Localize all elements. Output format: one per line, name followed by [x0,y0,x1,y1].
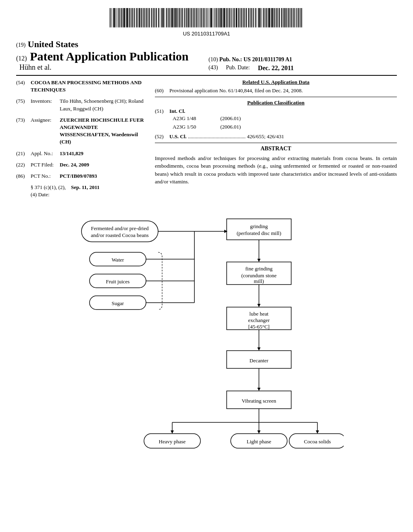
inventors-line: Hühn et al. [19,63,204,72]
us-cl-label: U.S. Cl. [169,133,187,139]
pct-filed-field: (22) PCT Filed: Dec. 24, 2009 [16,161,145,168]
appl-field: (21) Appl. No.: 13/141,829 [16,150,145,157]
fine-grinding-label-1: fine grinding [245,266,273,272]
pct-filed-value: Dec. 24, 2009 [60,162,89,168]
pub-no-value: US 2011/0311709 A1 [244,56,292,62]
appl-num: (21) [16,150,31,157]
intl-cl-code-1: A23G 1/48 (2006.01) [173,115,397,122]
class-divider [155,97,397,97]
appl-label: Appl. No.: [31,150,60,157]
inventors-label: Inventors: [31,98,60,112]
fine-grinding-label-3: mill) [254,278,264,284]
pct-no-value: PCT/IB09/07893 [60,173,97,179]
light-phase-label: Light phase [246,438,271,445]
country-line: (19) United States [16,39,204,50]
flowchart-diagram: Fermented and/or pre-dried and/or roaste… [69,209,344,459]
assignee-field: (73) Assignee: ZUERCHER HOCHSCHULE FUER … [16,116,145,146]
intl-cl-label: Int. Cl. [169,108,185,114]
decanter-label: Decanter [250,357,269,364]
country-num: (19) [16,42,25,48]
us-cl-value: 426/655; 426/431 [247,133,284,139]
pct-no-num: (86) [16,172,31,180]
fine-grinding-label-2: (corundum stone [241,272,277,278]
vibrating-screen-label: Vibrating screen [242,398,276,404]
intl-cl-codes: A23G 1/48 (2006.01) A23G 1/50 (2006.01) [173,115,397,130]
header-left: (19) United States (12) Patent Applicati… [16,39,209,72]
pub-class-title: Publication Classification [155,100,397,106]
intl-cl-num: (51) [155,108,169,131]
pub-date-value: Dec. 22, 2011 [258,64,294,72]
tube-heat-label-3: [45-65°C] [248,324,270,330]
related-title: Related U.S. Application Data [155,79,397,85]
pub-type-num: (12) [16,55,27,62]
arrowhead-tube-decanter [257,347,261,351]
title-num: (54) [16,79,31,94]
tube-heat-label-2: exchanger [248,317,270,323]
arrowhead-left [171,430,174,434]
arrowhead-grind-fine [257,259,261,262]
section-label: § 371 (c)(1), (2), (4) Date: [31,184,71,198]
pct-filed-label: PCT Filed: [31,161,60,168]
cocoa-beans-label-2: and/or roasted Cocoa beans [91,232,148,238]
section-num [16,184,31,198]
intl-cl-field: (51) Int. Cl. A23G 1/48 (2006.01) A23G 1… [155,108,397,131]
assignee-num: (73) [16,116,31,146]
section-field: § 371 (c)(1), (2), (4) Date: Sep. 11, 20… [16,184,145,198]
title-field: (54) COCOA BEAN PROCESSING METHODS AND T… [16,79,145,94]
related-value: Provisional application No. 61/140,844, … [169,87,397,94]
arrowhead-center [257,430,261,434]
cocoa-solids-label: Cocoa solids [304,438,331,445]
grinding-label-2: (perforated disc mill) [237,230,281,236]
pub-date-line: (43) Pub. Date: Dec. 22, 2011 [209,64,397,72]
heavy-phase-label: Heavy phase [159,438,186,445]
patent-number: US 20110311709A1 [16,31,397,37]
appl-value: 13/141,829 [60,150,83,156]
title-value: COCOA BEAN PROCESSING METHODS AND TECHNI… [31,79,142,93]
right-column: Related U.S. Application Data (60) Provi… [155,79,397,202]
grinding-label-1: grinding [250,223,268,229]
pct-no-field: (86) PCT No.: PCT/IB09/07893 [16,172,145,180]
intl-cl-code-2: A23G 1/50 (2006.01) [173,123,397,131]
main-divider [16,75,397,76]
arrowhead-right [316,430,319,434]
pub-no-label: Pub. No.: [219,56,242,62]
pub-date-label: Pub. Date: [226,64,250,72]
country-name: United States [28,39,78,49]
pub-date-num: (43) [209,64,218,72]
pub-type: Patent Application Publication [30,50,188,63]
us-cl-dots: ........................................… [188,133,247,139]
main-content: (54) COCOA BEAN PROCESSING METHODS AND T… [16,79,397,202]
page: US 20110311709A1 (19) United States (12)… [0,0,413,532]
barcode-image [110,8,303,27]
water-label: Water [112,257,124,263]
abstract-divider [155,143,397,143]
arrowhead-decanter-vibrating [257,388,261,391]
pct-filed-num: (22) [16,161,31,168]
intl-cl-value: Int. Cl. A23G 1/48 (2006.01) A23G 1/50 (… [169,108,397,131]
fruit-juices-label: Fruit juices [106,278,130,285]
abstract-title: ABSTRACT [155,145,397,152]
intl-code-1: A23G 1/48 [173,115,196,122]
related-num: (60) [155,87,169,94]
barcode-section [16,8,397,29]
header-block: (19) United States (12) Patent Applicati… [16,39,397,72]
inventors-num: (75) [16,98,31,112]
us-cl-num: (52) [155,133,169,140]
intl-year-2: (2006.01) [220,123,241,131]
pct-no-label: PCT No.: [31,172,60,180]
cocoa-beans-box [81,221,158,242]
pub-type-line: (12) Patent Application Publication [16,50,204,63]
intl-code-2: A23G 1/50 [173,123,196,131]
section-value: Sep. 11, 2011 [71,184,100,190]
header-right: (10) Pub. No.: US 2011/0311709 A1 (43) P… [209,39,397,72]
pub-no-num: (10) [209,56,218,62]
assignee-value: ZUERCHER HOCHSCHULE FUER ANGEWANDTE WISS… [60,117,144,145]
left-column: (54) COCOA BEAN PROCESSING METHODS AND T… [16,79,145,202]
intl-year-1: (2006.01) [220,115,241,122]
sugar-label: Sugar [112,300,124,306]
us-cl-field: (52) U.S. Cl. ..........................… [155,133,397,140]
abstract-text: Improved methods and/or techniques for p… [155,154,397,186]
grinding-box [227,219,291,240]
arrowhead-fine-tube [257,304,261,307]
inventors-value: Tilo Hühn, Schoenenberg (CH); Roland Lau… [60,98,145,112]
